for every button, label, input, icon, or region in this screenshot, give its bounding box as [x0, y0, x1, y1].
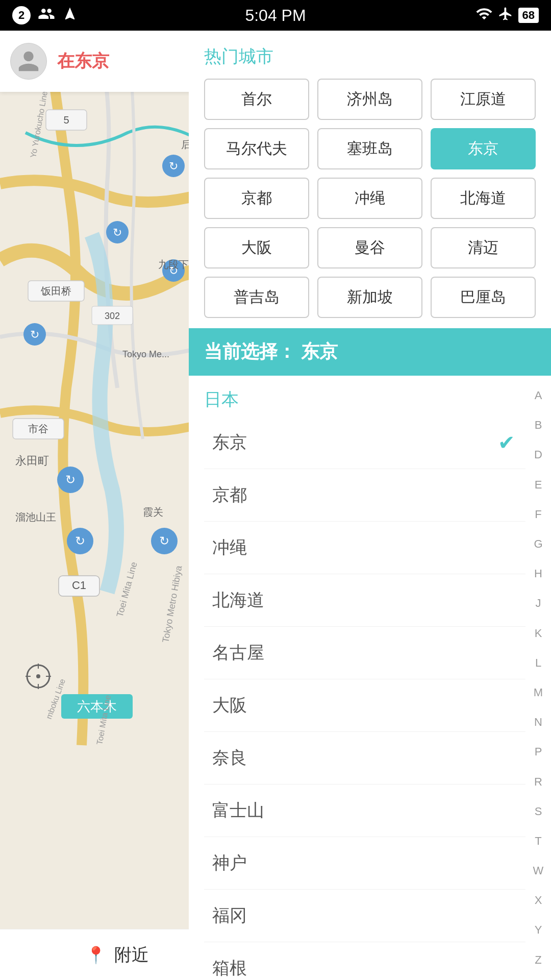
alpha-letter[interactable]: L — [535, 657, 541, 669]
alpha-letter[interactable]: T — [535, 836, 541, 847]
status-bar: 2 5:04 PM 68 — [0, 0, 551, 31]
alpha-letter[interactable]: Y — [535, 924, 542, 936]
alpha-letter[interactable]: D — [534, 449, 542, 460]
svg-text:C1: C1 — [72, 579, 86, 592]
city-name: 大阪 — [212, 694, 247, 717]
check-icon: ✔ — [498, 431, 515, 454]
svg-text:↻: ↻ — [30, 328, 39, 341]
city-button[interactable]: 普吉岛 — [204, 277, 309, 318]
city-button[interactable]: 首尔 — [204, 79, 309, 120]
status-time: 5:04 PM — [245, 6, 306, 25]
alpha-letter[interactable]: W — [533, 865, 544, 876]
alpha-letter[interactable]: B — [535, 420, 542, 431]
city-name: 富士山 — [212, 799, 264, 822]
alpha-letter[interactable]: J — [536, 598, 541, 609]
alpha-letter[interactable]: F — [535, 509, 541, 520]
city-name: 箱根 — [212, 957, 247, 980]
city-button[interactable]: 东京 — [431, 128, 536, 169]
list-item[interactable]: 箱根 — [204, 942, 525, 980]
city-name: 京都 — [212, 483, 247, 507]
current-selection-text: 当前选择： 东京 — [204, 339, 536, 364]
list-item[interactable]: 神户 — [204, 837, 525, 890]
list-item[interactable]: 北海道 — [204, 574, 525, 627]
city-list-area[interactable]: 日本东京✔京都冲绳北海道名古屋大阪奈良富士山神户福冈箱根瑞典斯德哥尔摩另尔戴 A… — [189, 376, 551, 980]
list-item[interactable]: 京都 — [204, 469, 525, 522]
svg-text:5: 5 — [63, 114, 69, 126]
location-arrow-icon — [62, 6, 78, 25]
city-name: 北海道 — [212, 589, 264, 612]
city-button[interactable]: 曼谷 — [317, 227, 422, 268]
city-grid: 首尔济州岛江原道马尔代夫塞班岛东京京都冲绳北海道大阪曼谷清迈普吉岛新加坡巴厘岛 — [204, 79, 536, 318]
status-left: 2 — [12, 5, 78, 26]
current-selection-bar: 当前选择： 东京 — [189, 328, 551, 376]
svg-text:↻: ↻ — [169, 160, 178, 173]
city-button[interactable]: 清迈 — [431, 227, 536, 268]
notification-badge: 2 — [12, 6, 31, 24]
alpha-letter[interactable]: E — [535, 479, 542, 491]
alpha-letter[interactable]: N — [534, 717, 542, 728]
alpha-letter[interactable]: Z — [535, 954, 541, 966]
city-button[interactable]: 大阪 — [204, 227, 309, 268]
city-button[interactable]: 济州岛 — [317, 79, 422, 120]
country-section: 日本东京✔京都冲绳北海道名古屋大阪奈良富士山神户福冈箱根 — [189, 376, 525, 980]
alpha-letter[interactable]: R — [534, 776, 542, 788]
list-item[interactable]: 名古屋 — [204, 627, 525, 679]
avatar — [10, 43, 47, 80]
city-name: 奈良 — [212, 746, 247, 770]
alpha-letter[interactable]: X — [535, 895, 542, 906]
city-button[interactable]: 北海道 — [431, 178, 536, 219]
list-item[interactable]: 大阪 — [204, 679, 525, 732]
list-item[interactable]: 冲绳 — [204, 522, 525, 574]
svg-text:饭田桥: 饭田桥 — [40, 285, 71, 297]
svg-text:↻: ↻ — [159, 534, 169, 548]
status-right: 68 — [475, 5, 539, 26]
alpha-letter[interactable]: H — [534, 568, 542, 579]
right-panel: 热门城市 首尔济州岛江原道马尔代夫塞班岛东京京都冲绳北海道大阪曼谷清迈普吉岛新加… — [189, 31, 551, 980]
list-item[interactable]: 福冈 — [204, 890, 525, 942]
alpha-letter[interactable]: G — [534, 538, 542, 550]
alpha-letter[interactable]: M — [534, 687, 543, 698]
alphabet-index[interactable]: ABDEFGHJKLMNPRSTWXYZ — [525, 376, 551, 980]
svg-text:↻: ↻ — [65, 473, 76, 486]
country-name: 日本 — [204, 376, 525, 416]
city-button[interactable]: 冲绳 — [317, 178, 422, 219]
nearby-label: 附近 — [114, 943, 149, 967]
selection-label: 当前选择： — [204, 341, 296, 362]
city-name: 神户 — [212, 851, 247, 875]
city-button[interactable]: 新加坡 — [317, 277, 422, 318]
hot-cities-section: 热门城市 首尔济州岛江原道马尔代夫塞班岛东京京都冲绳北海道大阪曼谷清迈普吉岛新加… — [189, 31, 551, 318]
svg-text:永田町: 永田町 — [15, 454, 49, 467]
map-location-label: 在东京 — [57, 50, 109, 73]
hot-cities-title: 热门城市 — [204, 45, 536, 68]
svg-point-35 — [36, 674, 40, 678]
svg-text:九段下: 九段下 — [158, 259, 189, 270]
battery-level: 68 — [518, 8, 539, 23]
svg-text:302: 302 — [105, 311, 120, 321]
svg-text:Tokyo Me...: Tokyo Me... — [122, 349, 169, 359]
alpha-letter[interactable]: S — [535, 806, 542, 817]
alpha-letter[interactable]: P — [535, 746, 542, 757]
city-button[interactable]: 塞班岛 — [317, 128, 422, 169]
wifi-icon — [475, 5, 493, 26]
city-name: 东京 — [212, 431, 247, 454]
nearby-pin-icon: 📍 — [86, 945, 106, 965]
location-prefix: 在东京 — [57, 51, 109, 70]
list-item[interactable]: 奈良 — [204, 732, 525, 785]
alpha-letter[interactable]: K — [535, 628, 542, 639]
svg-text:↻: ↻ — [75, 534, 85, 548]
svg-text:市谷: 市谷 — [28, 423, 48, 434]
city-name: 福冈 — [212, 904, 247, 927]
list-item[interactable]: 东京✔ — [204, 416, 525, 469]
city-name: 冲绳 — [212, 536, 247, 559]
location-city: 东京 — [74, 51, 109, 70]
svg-text:溜池山王: 溜池山王 — [15, 511, 56, 523]
city-button[interactable]: 江原道 — [431, 79, 536, 120]
alpha-letter[interactable]: A — [535, 390, 542, 401]
people-icon — [38, 5, 55, 26]
airplane-icon — [498, 6, 513, 25]
city-button[interactable]: 巴厘岛 — [431, 277, 536, 318]
svg-text:霞关: 霞关 — [143, 506, 163, 518]
city-button[interactable]: 马尔代夫 — [204, 128, 309, 169]
city-button[interactable]: 京都 — [204, 178, 309, 219]
list-item[interactable]: 富士山 — [204, 785, 525, 837]
